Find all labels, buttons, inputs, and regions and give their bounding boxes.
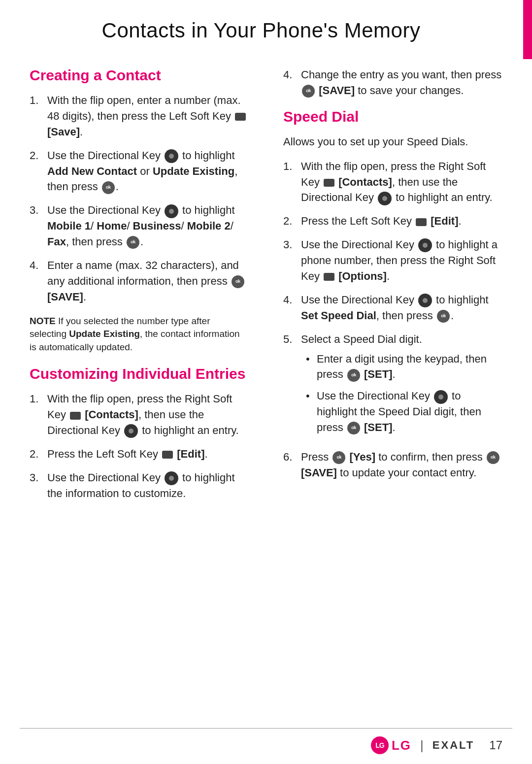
bullet-text: Use the Directional Key to highlight the… — [317, 388, 502, 435]
ok-icon — [437, 310, 450, 323]
list-number: 3. — [30, 470, 47, 501]
list-content: Select a Speed Dial digit. • Enter a dig… — [301, 332, 502, 441]
list-item: 3. Use the Directional Key to highlight … — [283, 237, 502, 284]
bold-text: [Contacts] — [85, 408, 138, 421]
note-box: NOTE If you selected the number type aft… — [30, 315, 249, 354]
creating-contact-continued: 4. Change the entry as you want, then pr… — [283, 67, 502, 99]
bold-text: Mobile 2 — [187, 220, 231, 232]
list-number: 3. — [283, 237, 301, 284]
bullet-text: Enter a digit using the keypad, then pre… — [317, 351, 502, 383]
directional-key-icon — [165, 149, 178, 163]
list-item: 4. Change the entry as you want, then pr… — [283, 67, 502, 99]
list-number: 5. — [283, 332, 301, 441]
brand-text: EXALT — [432, 739, 474, 752]
bullet-list: • Enter a digit using the keypad, then p… — [306, 351, 502, 435]
bold-text: [Edit] — [177, 448, 204, 460]
ok-icon — [347, 369, 360, 382]
ok-icon — [127, 236, 139, 249]
bold-text: Update Existing — [69, 329, 140, 339]
bullet-dot: • — [306, 388, 317, 435]
bold-text: Set Speed Dial — [301, 309, 376, 322]
speed-dial-list: 1. With the flip open, press the Right S… — [283, 159, 502, 481]
list-content: With the flip open, press the Right Soft… — [301, 159, 502, 206]
bold-text: [SAVE] — [301, 466, 337, 479]
list-number: 2. — [30, 446, 47, 462]
directional-key-icon — [418, 238, 432, 252]
bold-text: Business — [133, 220, 181, 232]
list-content: Use the Directional Key to highlight the… — [47, 470, 249, 501]
list-content: Press the Left Soft Key [Edit]. — [47, 446, 249, 462]
bold-text: Home — [97, 220, 127, 232]
list-number: 3. — [30, 202, 47, 250]
softkey-icon — [70, 412, 81, 420]
softkey-icon — [416, 218, 427, 226]
footer: LG LG | EXALT 17 — [0, 736, 532, 754]
bold-text: Mobile 1 — [47, 220, 91, 232]
list-content: Change the entry as you want, then press… — [301, 67, 502, 99]
note-text: If you selected the number type after se… — [30, 316, 240, 352]
bold-text: [Save] — [47, 126, 80, 138]
list-item: 6. Press [Yes] to confirm, then press [S… — [283, 449, 502, 481]
list-item: 2. Use the Directional Key to highlight … — [30, 148, 249, 195]
softkey-icon — [324, 179, 334, 187]
list-content: With the flip open, press the Right Soft… — [47, 391, 249, 438]
list-number: 1. — [283, 159, 301, 206]
bullet-item: • Enter a digit using the keypad, then p… — [306, 351, 502, 383]
page-title-area: Contacts in Your Phone's Memory — [0, 0, 532, 57]
bold-text: [SET] — [364, 421, 392, 433]
list-content: With the flip open, enter a number (max.… — [47, 93, 249, 140]
ok-icon — [302, 85, 315, 98]
speed-dial-heading: Speed Dial — [283, 108, 502, 125]
bold-text: [SAVE] — [47, 291, 83, 303]
list-number: 1. — [30, 391, 47, 438]
customizing-heading: Customizing Individual Entries — [30, 365, 249, 382]
list-item: 1. With the flip open, press the Right S… — [283, 159, 502, 206]
list-content: Enter a name (max. 32 characters), and a… — [47, 258, 249, 305]
directional-key-icon — [165, 204, 178, 218]
list-item: 1. With the flip open, enter a number (m… — [30, 93, 249, 140]
directional-key-icon — [418, 294, 432, 307]
list-number: 4. — [30, 258, 47, 305]
list-content: Use the Directional Key to highlight Mob… — [47, 202, 249, 250]
creating-contact-heading: Creating a Contact — [30, 67, 249, 84]
accent-bar — [523, 0, 532, 59]
directional-key-icon — [434, 390, 448, 404]
bold-text: Fax — [47, 235, 66, 248]
list-item: 4. Use the Directional Key to highlight … — [283, 292, 502, 324]
list-item: 3. Use the Directional Key to highlight … — [30, 470, 249, 501]
speed-dial-intro: Allows you to set up your Speed Dials. — [283, 134, 502, 150]
list-content: Use the Directional Key to highlight Add… — [47, 148, 249, 195]
list-content: Press [Yes] to confirm, then press [SAVE… — [301, 449, 502, 481]
bold-text: Add New Contact — [47, 165, 137, 177]
bold-text: [Yes] — [349, 451, 375, 463]
list-number: 1. — [30, 93, 47, 140]
lg-circle-icon: LG — [371, 736, 389, 754]
lg-logo: LG LG — [371, 736, 411, 754]
ok-icon — [487, 451, 499, 464]
ok-icon — [102, 181, 115, 194]
directional-key-icon — [165, 471, 178, 485]
list-number: 2. — [283, 213, 301, 229]
softkey-icon — [324, 273, 334, 281]
ok-icon — [232, 275, 244, 288]
footer-divider: | — [420, 738, 424, 753]
customizing-list: 1. With the flip open, press the Right S… — [30, 391, 249, 501]
list-number: 2. — [30, 148, 47, 195]
list-content: Use the Directional Key to highlight Set… — [301, 292, 502, 324]
list-content: Use the Directional Key to highlight a p… — [301, 237, 502, 284]
list-item: 5. Select a Speed Dial digit. • Enter a … — [283, 332, 502, 441]
bold-text: [SAVE] — [319, 84, 355, 97]
creating-contact-list: 1. With the flip open, enter a number (m… — [30, 93, 249, 305]
page-title: Contacts in Your Phone's Memory — [30, 19, 493, 42]
list-number: 6. — [283, 449, 301, 481]
bullet-dot: • — [306, 351, 317, 383]
list-number: 4. — [283, 67, 301, 99]
ok-icon — [347, 422, 360, 434]
bold-text: [Contacts] — [338, 176, 392, 188]
list-number: 4. — [283, 292, 301, 324]
directional-key-icon — [378, 192, 392, 205]
softkey-icon — [235, 113, 246, 121]
softkey-icon — [162, 451, 173, 459]
footer-line — [20, 728, 512, 729]
directional-key-icon — [124, 424, 138, 438]
